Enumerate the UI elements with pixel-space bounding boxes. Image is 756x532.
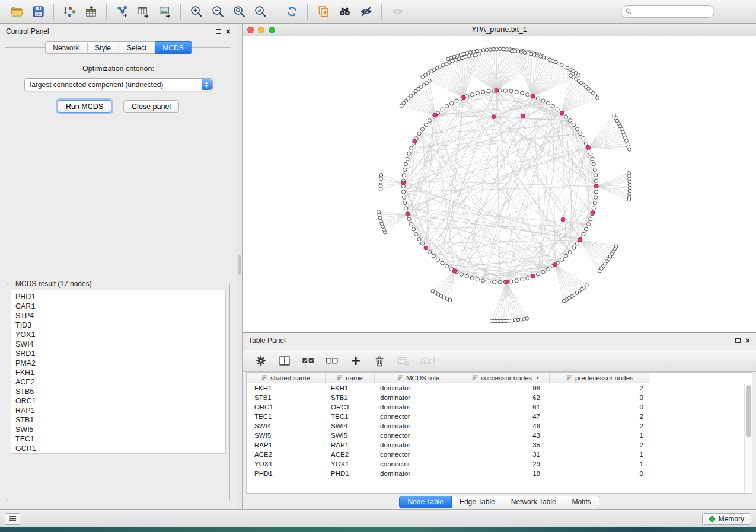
table-cell: FKH1 bbox=[326, 384, 375, 392]
column-header[interactable]: predecessor nodes bbox=[550, 373, 650, 383]
column-header[interactable]: successor nodes▼ bbox=[462, 373, 550, 383]
tab-network-table[interactable]: Network Table bbox=[503, 496, 564, 508]
close-panel-icon[interactable]: × bbox=[226, 28, 231, 34]
float-table-panel-icon[interactable] bbox=[735, 338, 741, 343]
tab-mcds[interactable]: MCDS bbox=[155, 41, 192, 54]
deselect-all-icon[interactable] bbox=[323, 352, 341, 369]
table-scrollbar-thumb[interactable] bbox=[746, 385, 751, 437]
zoom-selected-icon[interactable] bbox=[250, 3, 271, 21]
mcds-node-item[interactable]: PMA2 bbox=[15, 358, 225, 368]
table-row[interactable]: YOX1YOX1connector291 bbox=[247, 459, 752, 469]
run-mcds-button[interactable]: Run MCDS bbox=[58, 100, 111, 113]
table-cell: TEC1 bbox=[247, 413, 326, 420]
status-bar: Memory bbox=[0, 509, 756, 527]
mcds-node-item[interactable]: CAR1 bbox=[15, 302, 225, 311]
mcds-node-item[interactable]: SWI4 bbox=[15, 339, 225, 349]
mcds-node-item[interactable]: ORC1 bbox=[15, 396, 225, 406]
find-icon[interactable] bbox=[334, 3, 355, 21]
tab-edge-table[interactable]: Edge Table bbox=[452, 496, 503, 508]
table-row[interactable]: TEC1TEC1connector472 bbox=[247, 412, 752, 421]
copy-network-icon[interactable] bbox=[312, 3, 334, 21]
tab-select[interactable]: Select bbox=[119, 41, 155, 54]
mcds-node-item[interactable]: YOX1 bbox=[15, 330, 225, 339]
tab-network[interactable]: Network bbox=[44, 41, 87, 54]
clear-table-icon[interactable] bbox=[394, 352, 412, 369]
panel-splitter[interactable] bbox=[237, 24, 243, 509]
mcds-node-item[interactable]: FKH1 bbox=[15, 368, 225, 377]
import-table-icon[interactable] bbox=[80, 3, 101, 21]
mcds-node-item[interactable]: GCR1 bbox=[15, 444, 225, 453]
table-row[interactable]: ORC1ORC1dominator610 bbox=[247, 402, 752, 412]
table-row[interactable]: SWI4SWI4dominator462 bbox=[247, 421, 752, 431]
mcds-node-item[interactable]: TEC1 bbox=[15, 434, 225, 444]
column-sort-icon bbox=[261, 374, 268, 381]
delete-rows-icon[interactable] bbox=[371, 352, 388, 369]
maximize-window-button[interactable] bbox=[269, 27, 275, 33]
mcds-node-item[interactable]: RAP1 bbox=[15, 406, 225, 415]
network-titlebar[interactable]: YPA_prune.txt_1 bbox=[243, 24, 756, 36]
zoom-out-icon[interactable] bbox=[207, 3, 228, 21]
column-sort-icon bbox=[337, 374, 343, 381]
table-cell: ACE2 bbox=[326, 451, 375, 458]
close-panel-button[interactable]: Close panel bbox=[123, 100, 179, 113]
mcds-result-group: MCDS result (17 nodes) PHD1CAR1STP4TID3Y… bbox=[7, 280, 230, 501]
mcds-node-item[interactable]: SWI5 bbox=[15, 425, 225, 434]
table-row[interactable]: SWI5SWI5connector431 bbox=[247, 431, 752, 440]
add-column-icon[interactable] bbox=[347, 352, 365, 369]
column-menu-icon[interactable]: ▼ bbox=[535, 376, 540, 380]
mcds-node-item[interactable]: STB5 bbox=[15, 387, 225, 396]
close-window-button[interactable] bbox=[247, 27, 254, 33]
table-cell: YOX1 bbox=[247, 460, 326, 467]
panel-menu-button[interactable] bbox=[5, 513, 20, 525]
toggle-columns-icon[interactable] bbox=[276, 352, 294, 369]
tab-motifs[interactable]: Motifs bbox=[564, 496, 599, 508]
search-icon bbox=[625, 8, 633, 15]
table-scrollbar[interactable] bbox=[744, 384, 752, 493]
network-view[interactable] bbox=[243, 36, 756, 332]
tab-style[interactable]: Style bbox=[87, 41, 119, 54]
table-cell: RAP1 bbox=[247, 441, 326, 448]
zoom-fit-icon[interactable] bbox=[228, 3, 250, 21]
table-row[interactable]: RAP1RAP1dominator352 bbox=[247, 440, 752, 450]
memory-button[interactable]: Memory bbox=[702, 513, 751, 525]
table-row[interactable]: STB1STB1dominator620 bbox=[247, 393, 752, 402]
mcds-node-item[interactable]: TID3 bbox=[15, 321, 225, 330]
search-input[interactable] bbox=[633, 8, 710, 16]
splitter-thumb[interactable] bbox=[238, 255, 241, 275]
table-cell: 18 bbox=[462, 470, 550, 477]
table-cell: ORC1 bbox=[247, 403, 326, 411]
mcds-node-item[interactable]: ACE2 bbox=[15, 377, 225, 387]
export-network-icon[interactable] bbox=[111, 3, 133, 21]
show-all-icon[interactable] bbox=[387, 3, 408, 21]
table-cell: 61 bbox=[462, 403, 550, 411]
export-table-icon[interactable] bbox=[133, 3, 154, 21]
mcds-result-list[interactable]: PHD1CAR1STP4TID3YOX1SWI4SRD1PMA2FKH1ACE2… bbox=[11, 290, 226, 454]
export-image-icon[interactable] bbox=[154, 3, 176, 21]
function-builder-icon[interactable]: f(x) bbox=[418, 352, 436, 369]
refresh-icon[interactable] bbox=[281, 3, 302, 21]
mcds-node-item[interactable]: SRD1 bbox=[15, 349, 225, 358]
criterion-dropdown[interactable]: largest connected component (undirected) bbox=[24, 78, 213, 91]
column-header[interactable]: name bbox=[326, 373, 375, 383]
minimize-window-button[interactable] bbox=[258, 27, 264, 33]
zoom-in-icon[interactable] bbox=[186, 3, 207, 21]
open-file-icon[interactable] bbox=[6, 3, 27, 21]
close-table-panel-icon[interactable]: × bbox=[745, 338, 750, 344]
hide-selected-icon[interactable] bbox=[355, 3, 377, 21]
table-options-icon[interactable] bbox=[252, 352, 270, 369]
mcds-node-item[interactable]: PHD1 bbox=[15, 292, 225, 302]
mcds-node-item[interactable]: STP4 bbox=[15, 311, 225, 321]
import-network-icon[interactable] bbox=[59, 3, 80, 21]
column-header[interactable]: MCDS role bbox=[375, 373, 462, 383]
search-box[interactable] bbox=[621, 5, 714, 18]
select-all-icon[interactable] bbox=[299, 352, 317, 369]
float-panel-icon[interactable] bbox=[216, 29, 221, 34]
mcds-node-item[interactable]: STB1 bbox=[15, 415, 225, 425]
table-row[interactable]: ACE2ACE2connector311 bbox=[247, 450, 752, 459]
table-cell: 29 bbox=[462, 460, 550, 467]
column-header[interactable]: shared name bbox=[247, 373, 326, 383]
save-icon[interactable] bbox=[27, 3, 49, 21]
table-row[interactable]: FKH1FKH1dominator962 bbox=[247, 383, 752, 393]
tab-node-table[interactable]: Node Table bbox=[399, 496, 452, 508]
table-row[interactable]: PHD1PHD1dominator180 bbox=[247, 469, 752, 478]
